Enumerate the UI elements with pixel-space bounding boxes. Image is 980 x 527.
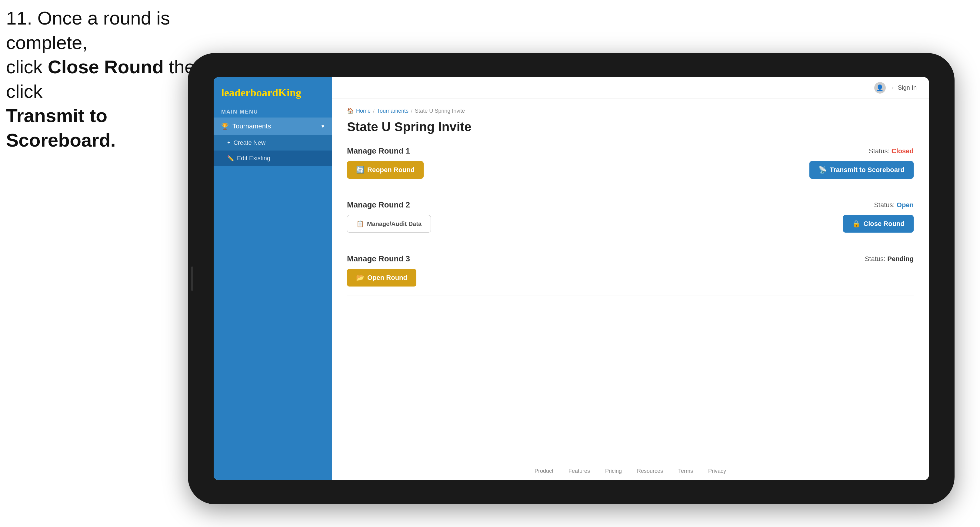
- manage-audit-button[interactable]: 📋 Manage/Audit Data: [347, 215, 431, 233]
- edit-icon: ✏️: [227, 155, 234, 162]
- round-3-actions: 📂 Open Round: [347, 269, 914, 287]
- instruction-bold1: Close Round: [48, 56, 164, 77]
- app-layout: leaderboardKing MAIN MENU 🏆 Tournaments …: [214, 77, 929, 480]
- breadcrumb: 🏠 Home / Tournaments / State U Spring In…: [347, 108, 914, 114]
- breadcrumb-sep2: /: [411, 108, 412, 114]
- instruction-block: 11. Once a round is complete,click Close…: [6, 6, 218, 152]
- reopen-icon: 🔄: [356, 166, 364, 174]
- transmit-scoreboard-button[interactable]: 📡 Transmit to Scoreboard: [810, 161, 914, 179]
- plus-icon: +: [227, 140, 231, 146]
- sidebar-nav: 🏆 Tournaments ▾ + Create New ✏️ Edit Exi…: [214, 117, 332, 166]
- round-3-section: Manage Round 3 Status: Pending 📂 Open Ro…: [347, 254, 914, 296]
- footer-pricing[interactable]: Pricing: [605, 468, 622, 474]
- edit-existing-label: Edit Existing: [237, 155, 270, 162]
- round-1-header: Manage Round 1 Status: Closed: [347, 146, 914, 156]
- open-icon: 📂: [356, 274, 364, 282]
- breadcrumb-home[interactable]: Home: [356, 108, 371, 114]
- logo: leaderboardKing: [221, 86, 324, 99]
- footer-resources[interactable]: Resources: [637, 468, 663, 474]
- sidebar-sub-items: + Create New ✏️ Edit Existing: [214, 135, 332, 166]
- sign-in-area[interactable]: 👤 → Sign In: [874, 82, 917, 94]
- top-bar: 👤 → Sign In: [332, 77, 929, 98]
- page-title: State U Spring Invite: [347, 120, 914, 134]
- reopen-round-button[interactable]: 🔄 Reopen Round: [347, 161, 424, 179]
- transmit-scoreboard-label: Transmit to Scoreboard: [830, 166, 905, 174]
- tablet-screen: leaderboardKing MAIN MENU 🏆 Tournaments …: [214, 77, 929, 480]
- round-3-status: Status: Pending: [865, 255, 914, 263]
- round-1-status: Status: Closed: [869, 147, 914, 155]
- sidebar: leaderboardKing MAIN MENU 🏆 Tournaments …: [214, 77, 332, 480]
- round-1-title: Manage Round 1: [347, 146, 410, 156]
- instruction-line1: 11. Once a round is complete,click Close…: [6, 8, 205, 151]
- avatar: 👤: [874, 82, 886, 94]
- transmit-icon: 📡: [818, 166, 827, 174]
- audit-icon: 📋: [356, 220, 364, 227]
- round-1-section: Manage Round 1 Status: Closed 🔄 Reopen R…: [347, 146, 914, 188]
- manage-audit-label: Manage/Audit Data: [367, 221, 422, 227]
- logo-king: King: [278, 87, 301, 99]
- sign-in-text: Sign In: [898, 84, 917, 91]
- sidebar-tournaments-label: Tournaments: [232, 122, 321, 130]
- instruction-bold2: Transmit to Scoreboard.: [6, 105, 116, 151]
- footer-terms[interactable]: Terms: [678, 468, 693, 474]
- chevron-icon: ▾: [321, 123, 324, 130]
- reopen-round-label: Reopen Round: [367, 166, 415, 174]
- close-round-label: Close Round: [863, 220, 905, 228]
- tablet-frame: leaderboardKing MAIN MENU 🏆 Tournaments …: [188, 53, 955, 504]
- content-area: 🏠 Home / Tournaments / State U Spring In…: [332, 98, 929, 462]
- round-3-status-value: Pending: [887, 255, 914, 263]
- logo-area: leaderboardKing: [214, 77, 332, 105]
- sidebar-item-tournaments[interactable]: 🏆 Tournaments ▾: [214, 117, 332, 135]
- sidebar-create-new[interactable]: + Create New: [214, 135, 332, 151]
- open-round-button[interactable]: 📂 Open Round: [347, 269, 416, 287]
- breadcrumb-icon: 🏠: [347, 108, 354, 114]
- round-2-status-value: Open: [897, 201, 914, 209]
- round-2-section: Manage Round 2 Status: Open 📋 Manage/Aud…: [347, 200, 914, 242]
- footer-features[interactable]: Features: [568, 468, 590, 474]
- close-icon: 🔒: [852, 220, 860, 228]
- footer-privacy[interactable]: Privacy: [708, 468, 726, 474]
- sign-in-label: →: [889, 84, 895, 91]
- tablet-side-button: [191, 267, 193, 291]
- logo-leaderboard: leaderboard: [221, 87, 278, 99]
- round-3-title: Manage Round 3: [347, 254, 410, 264]
- trophy-icon: 🏆: [221, 123, 229, 130]
- create-new-label: Create New: [234, 139, 266, 146]
- round-3-header: Manage Round 3 Status: Pending: [347, 254, 914, 264]
- footer: Product Features Pricing Resources Terms…: [332, 462, 929, 480]
- breadcrumb-sep1: /: [373, 108, 375, 114]
- main-content: 👤 → Sign In 🏠 Home / Tournaments / State…: [332, 77, 929, 480]
- footer-product[interactable]: Product: [535, 468, 553, 474]
- round-1-status-value: Closed: [891, 147, 914, 155]
- round-2-header: Manage Round 2 Status: Open: [347, 200, 914, 210]
- round-2-status: Status: Open: [874, 201, 914, 209]
- open-round-label: Open Round: [367, 274, 407, 282]
- breadcrumb-current: State U Spring Invite: [415, 108, 465, 114]
- round-1-actions: 🔄 Reopen Round 📡 Transmit to Scoreboard: [347, 161, 914, 179]
- main-menu-label: MAIN MENU: [214, 105, 332, 117]
- sidebar-edit-existing[interactable]: ✏️ Edit Existing: [214, 151, 332, 166]
- round-2-actions: 📋 Manage/Audit Data 🔒 Close Round: [347, 215, 914, 233]
- breadcrumb-tournaments[interactable]: Tournaments: [377, 108, 409, 114]
- round-2-title: Manage Round 2: [347, 200, 410, 210]
- close-round-button[interactable]: 🔒 Close Round: [843, 215, 914, 233]
